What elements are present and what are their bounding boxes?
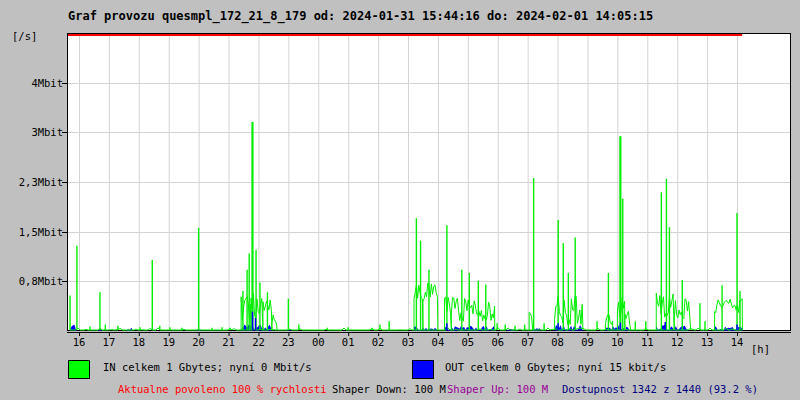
x-tick-label: 12: [661, 336, 693, 348]
x-tick-label: 22: [242, 336, 274, 348]
x-tick-label: 11: [631, 336, 663, 348]
x-tick-label: 00: [302, 336, 334, 348]
x-tick-label: 01: [332, 336, 364, 348]
y-tick-label: 1,5Mbit: [0, 226, 63, 238]
y-tick-label: 2,3Mbit: [0, 176, 63, 188]
x-tick-label: 08: [542, 336, 574, 348]
x-tick-label: 05: [452, 336, 484, 348]
legend-in-label: IN celkem 1 Gbytes; nyní 0 Mbit/s: [103, 361, 312, 373]
x-tick-label: 23: [272, 336, 304, 348]
legend-out-swatch: [412, 360, 434, 379]
x-tick-label: 09: [571, 336, 603, 348]
x-tick-label: 18: [123, 336, 155, 348]
status-availability: Dostupnost 1342 z 1440 (93.2 %): [562, 383, 758, 395]
status-shaper-down: Shaper Down: 100 M: [332, 383, 446, 395]
x-tick-label: 21: [213, 336, 245, 348]
x-tick-label: 20: [183, 336, 215, 348]
x-tick-label: 06: [482, 336, 514, 348]
status-shaper-up: Shaper Up: 100 M: [447, 383, 548, 395]
x-tick-label: 04: [422, 336, 454, 348]
x-tick-label: 02: [362, 336, 394, 348]
x-tick-label: 17: [93, 336, 125, 348]
y-tick-label: 3Mbit: [0, 126, 63, 138]
y-tick-label: 4Mbit: [0, 77, 63, 89]
x-tick-label: 16: [63, 336, 95, 348]
x-tick-label: 19: [153, 336, 185, 348]
traffic-graph-page: Graf provozu quesmpl_172_21_8_179 od: 20…: [0, 0, 800, 400]
y-tick-label: 0,8Mbit: [0, 275, 63, 287]
x-tick-label: 14: [721, 336, 753, 348]
status-allowed-speed: Aktualne povoleno 100 % rychlosti: [118, 383, 327, 395]
x-axis-unit-label: [h]: [751, 343, 770, 355]
x-tick-label: 13: [691, 336, 723, 348]
x-tick-label: 03: [392, 336, 424, 348]
legend-out-label: OUT celkem 0 Gbytes; nyní 15 kbit/s: [445, 361, 666, 373]
x-tick-label: 07: [512, 336, 544, 348]
legend-in-swatch: [68, 360, 90, 379]
x-tick-label: 10: [601, 336, 633, 348]
